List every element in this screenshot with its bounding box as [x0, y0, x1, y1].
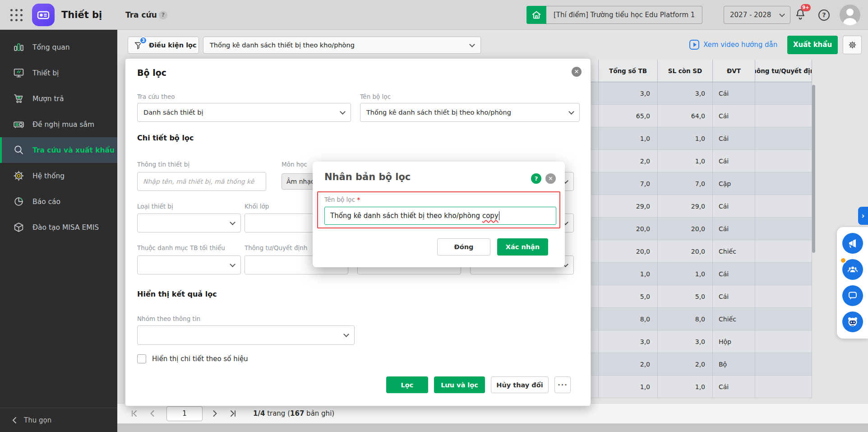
table-header-thong-tu[interactable]: Thông tư/Quyết định [755, 60, 812, 82]
detail-by-serial-checkbox[interactable]: Hiển thị chi tiết theo số hiệu [137, 354, 248, 363]
home-icon[interactable] [526, 6, 546, 24]
tab-tra-cuu[interactable]: Tra cứu [125, 0, 157, 30]
chevron-down-icon [230, 261, 235, 267]
table-cell [755, 263, 812, 285]
result-section-title: Hiển thị kết quả lọc [137, 290, 217, 298]
table-row[interactable]: 29,029,0Cái [591, 195, 812, 218]
next-page-button[interactable] [209, 408, 221, 419]
saved-filter-dropdown[interactable]: Thống kê danh sách thiết bị theo kho/phò… [203, 37, 481, 54]
table-row[interactable]: 3,03,0Hộp [591, 330, 812, 353]
chatbot-button[interactable] [842, 311, 863, 332]
sidebar-item-dao-tao-misa-emis[interactable]: Đào tạo MISA EMIS [0, 214, 117, 240]
school-year-value: 2027 - 2028 [730, 11, 771, 19]
school-name[interactable]: [Thí điểm] Trường tiểu học Edu Platform … [546, 6, 702, 24]
table-row[interactable]: 5,05,0Cái [591, 285, 812, 308]
table-cell: 3,0 [599, 82, 658, 105]
table-cell: Cái [713, 127, 755, 150]
table-cell: Cái [713, 150, 755, 172]
app-grid-icon[interactable] [10, 9, 23, 22]
table-cell: Cái [713, 285, 755, 308]
table-header-sl-con-sd[interactable]: SL còn SD [658, 60, 713, 82]
confirm-button[interactable]: Xác nhận [497, 238, 548, 255]
group-by-select[interactable] [137, 325, 355, 345]
magnifier-icon [13, 144, 25, 156]
table-cell: 1,0 [658, 150, 713, 172]
chat-support-button[interactable] [842, 285, 863, 306]
page-number-input[interactable]: 1 [166, 406, 203, 421]
table-row[interactable]: 2,01,0Cái [591, 150, 812, 172]
help-icon[interactable]: ? [531, 173, 541, 184]
more-options-button[interactable]: ••• [554, 376, 571, 393]
table-vertical-scrollbar[interactable] [812, 61, 816, 396]
table-row[interactable]: 2,02,0Bộ [591, 353, 812, 376]
table-cell: 8,0 [658, 308, 713, 330]
table-row[interactable]: 65,064,0Cái [591, 105, 812, 127]
table-cell: 1,0 [599, 263, 658, 285]
table-cell: 1,0 [599, 127, 658, 150]
table-row[interactable]: 1,01,0Cái [591, 127, 812, 150]
table-row[interactable]: 3,03,0Cái [591, 82, 812, 105]
scrollbar-thumb[interactable] [812, 85, 815, 253]
close-button[interactable]: Đóng [437, 238, 490, 255]
chevron-down-icon [568, 109, 574, 115]
table-row[interactable]: 8,08,0Chiếc [591, 308, 812, 330]
device-info-input[interactable] [137, 172, 266, 191]
announcement-button[interactable] [842, 233, 863, 254]
table-cell [755, 150, 812, 172]
expand-panel-tab[interactable]: › [858, 207, 868, 225]
table-cell: Cái [713, 263, 755, 285]
table-header-dvt[interactable]: ĐVT [713, 60, 755, 82]
tab-help-icon[interactable]: ? [159, 11, 167, 19]
search-by-select[interactable]: Danh sách thiết bị [137, 103, 351, 122]
save-and-filter-button[interactable]: Lưu và lọc [434, 376, 485, 393]
gear-icon [848, 40, 857, 50]
sidebar-item-tong-quan[interactable]: Tổng quan [0, 34, 117, 60]
sidebar-item-he-thong[interactable]: Hệ thống [0, 163, 117, 189]
subject-label: Môn học [282, 161, 307, 168]
table-cell [755, 195, 812, 218]
last-page-button[interactable] [227, 408, 239, 419]
help-button[interactable]: ? [818, 9, 830, 21]
table-row[interactable]: 7,07,0Cặp [591, 172, 812, 195]
filter-apply-button[interactable]: Lọc [386, 376, 428, 393]
sidebar-item-bao-cao[interactable]: Báo cáo [0, 189, 117, 214]
notifications-button[interactable]: 9+ [794, 8, 808, 22]
min-catalog-select[interactable] [137, 255, 241, 274]
filter-name-select[interactable]: Thống kê danh sách thiết bị theo kho/phò… [360, 103, 580, 122]
sidebar-collapse-button[interactable]: Thu gọn [0, 408, 117, 432]
filter-conditions-button[interactable]: 3 Điều kiện lọc [128, 37, 199, 54]
table-settings-button[interactable] [843, 36, 862, 54]
table-row[interactable]: 20,020,0Chiếc [591, 240, 812, 263]
school-selector[interactable]: [Thí điểm] Trường tiểu học Edu Platform … [526, 6, 702, 24]
chevron-left-icon [12, 417, 17, 424]
app-logo-icon[interactable] [32, 4, 55, 26]
table-row[interactable]: 20,020,0Cái [591, 218, 812, 240]
avatar[interactable] [840, 5, 860, 25]
device-type-select[interactable] [137, 214, 241, 232]
sidebar-item-tra-cuu-va-xuat-khau[interactable]: Tra cứu và xuất khẩu [0, 137, 117, 163]
cancel-changes-button[interactable]: Hủy thay đổi [491, 376, 549, 393]
filter-name-input[interactable]: Thống kê danh sách thiết bị theo kho/phò… [324, 207, 556, 225]
duplicate-modal-buttons: Đóng Xác nhận [437, 238, 548, 255]
school-year-select[interactable]: 2027 - 2028 [724, 6, 790, 24]
table-row[interactable]: 1,01,0Cái [591, 376, 812, 398]
sidebar-item-de-nghi-mua-sam[interactable]: Đề nghị mua sắm [0, 111, 117, 137]
table-row[interactable]: 1,01,0Cái [591, 263, 812, 285]
table-header-tong-so-tb[interactable]: Tổng số TB [599, 60, 658, 82]
first-page-button[interactable] [129, 408, 140, 419]
table-cell: 20,0 [599, 218, 658, 240]
table-cell: Chiếc [713, 240, 755, 263]
sidebar-item-muon-tra[interactable]: Mượn trả [0, 86, 117, 111]
horizontal-scroll-strip[interactable] [117, 423, 868, 432]
checkbox-icon[interactable] [137, 354, 146, 363]
close-icon[interactable]: ✕ [572, 67, 582, 77]
prev-page-button[interactable] [147, 408, 158, 419]
table-cell [591, 150, 599, 172]
export-button[interactable]: Xuất khẩu [787, 36, 838, 54]
table-cell [591, 353, 599, 376]
sidebar-item-thiet-bi[interactable]: Thiết bị [0, 60, 117, 86]
close-icon[interactable]: ✕ [545, 173, 556, 184]
community-button[interactable] [842, 259, 863, 280]
video-guide-link[interactable]: Xem video hướng dẫn [689, 40, 777, 50]
sidebar: Tổng quan Thiết bị Mượn trả Đề nghị mua … [0, 30, 117, 432]
